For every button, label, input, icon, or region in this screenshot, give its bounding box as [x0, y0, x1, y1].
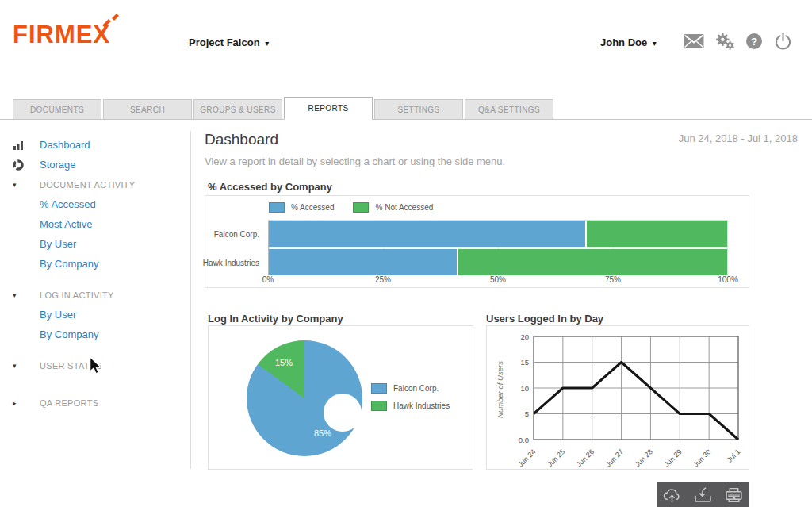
svg-text:Jun 29: Jun 29 [663, 447, 684, 468]
slice-label-falcon: 85% [314, 428, 331, 438]
sidebar-item-storage[interactable]: Storage [13, 155, 178, 175]
chevron-down-icon: ▾ [13, 362, 40, 370]
tab-search[interactable]: SEARCH [103, 99, 192, 119]
bar-segment[interactable] [269, 221, 585, 247]
svg-text:Jun 28: Jun 28 [634, 447, 654, 468]
page-title: Dashboard [205, 131, 278, 148]
x-tick-label: 100% [718, 275, 738, 284]
x-tick-label: 50% [490, 275, 506, 284]
donut-legend: Falcon Corp. Hawk Industries [371, 383, 450, 418]
svg-text:Jun 27: Jun 27 [604, 447, 625, 468]
sidebar-item-label: By User [40, 238, 76, 250]
login-activity-chart[interactable]: 15% 85% Falcon Corp. Hawk Industries [208, 325, 473, 470]
bar-row: Falcon Corp. [269, 221, 727, 247]
sidebar-section-label: DOCUMENT ACTIVITY [40, 180, 135, 190]
mail-icon[interactable] [684, 32, 704, 51]
bar-row: Hawk Industries [269, 249, 727, 275]
cloud-upload-icon[interactable] [661, 486, 683, 504]
x-tick-label: 0% [262, 275, 274, 284]
x-tick-label: 75% [605, 275, 621, 284]
sidebar-section-document-activity[interactable]: ▾ DOCUMENT ACTIVITY [13, 175, 178, 194]
print-icon[interactable] [723, 486, 745, 504]
svg-text:10: 10 [520, 384, 529, 393]
sidebar-item-percent-accessed[interactable]: % Accessed [13, 194, 178, 214]
sidebar-section-qa-reports[interactable]: ▸ QA REPORTS [13, 393, 178, 413]
sidebar-item-doc-by-company[interactable]: By Company [13, 254, 178, 274]
users-logged-in-chart[interactable]: 0.05101520Jun 24Jun 25Jun 26Jun 27Jun 28… [486, 325, 749, 470]
line-chart-title: Users Logged In by Day [486, 313, 603, 325]
sidebar-item-dashboard[interactable]: Dashboard [13, 135, 178, 155]
accessed-by-company-chart[interactable]: % Accessed% Not Accessed Falcon Corp.Haw… [205, 195, 749, 288]
svg-text:15: 15 [520, 358, 529, 367]
report-date-range: Jun 24, 2018 - Jul 1, 2018 [679, 133, 798, 144]
sidebar-item-label: By User [40, 309, 76, 321]
tab-reports[interactable]: REPORTS [284, 97, 373, 120]
sidebar-item-login-by-user[interactable]: By User [13, 305, 178, 325]
tab-settings[interactable]: SETTINGS [374, 99, 463, 119]
tab-groups-users[interactable]: GROUPS & USERS [193, 99, 282, 119]
sidebar-divider [190, 131, 191, 469]
sidebar-item-label: Dashboard [40, 139, 90, 151]
donut-chart-title: Log In Activity by Company [208, 313, 343, 325]
bar-plot-area: Falcon Corp.Hawk Industries [268, 220, 728, 275]
svg-text:0.0: 0.0 [519, 436, 529, 444]
legend-label: % Not Accessed [375, 203, 433, 212]
settings-gears-icon[interactable] [714, 32, 735, 51]
sidebar-item-label: Storage [40, 159, 76, 171]
sidebar-item-label: Most Active [40, 218, 92, 230]
project-selector-label: Project Falcon [189, 36, 260, 48]
sidebar-item-doc-by-user[interactable]: By User [13, 234, 178, 254]
bar-chart-legend: % Accessed% Not Accessed [269, 202, 452, 213]
sidebar-item-label: % Accessed [40, 198, 96, 210]
svg-text:Jun 25: Jun 25 [546, 447, 566, 468]
export-toolbar [657, 482, 749, 507]
svg-text:Jun 24: Jun 24 [516, 447, 537, 468]
svg-text:5: 5 [525, 409, 529, 418]
bar-x-axis: 0%25%50%75%100% [268, 275, 728, 286]
tab-documents[interactable]: DOCUMENTS [13, 99, 102, 119]
bar-category-label: Hawk Industries [201, 258, 264, 267]
bar-segment[interactable] [457, 249, 727, 275]
svg-text:?: ? [751, 36, 757, 48]
user-menu[interactable]: John Doe ▾ [600, 36, 657, 48]
chevron-down-icon: ▾ [653, 39, 657, 48]
bar-segment[interactable] [585, 221, 727, 247]
svg-text:Jun 26: Jun 26 [575, 447, 596, 468]
chevron-down-icon: ▾ [265, 39, 269, 48]
legend-label: Hawk Industries [393, 401, 450, 410]
main-tab-bar: DOCUMENTS SEARCH GROUPS & USERS REPORTS … [0, 99, 812, 120]
x-tick-label: 25% [375, 275, 391, 284]
legend-label: Falcon Corp. [393, 384, 439, 393]
export-download-icon[interactable] [692, 486, 714, 504]
bar-category-label: Falcon Corp. [201, 229, 264, 238]
firmex-logo: FIRMEX [13, 21, 110, 49]
slice-label-hawk: 15% [275, 358, 293, 367]
donut-hole [324, 394, 362, 432]
project-selector[interactable]: Project Falcon ▾ [189, 36, 269, 48]
storage-donut-icon [13, 159, 40, 171]
legend-swatch [353, 202, 369, 213]
sidebar-item-label: By Company [40, 328, 98, 340]
mouse-cursor [89, 357, 103, 374]
bar-segment[interactable] [269, 249, 457, 275]
sidebar-item-login-by-company[interactable]: By Company [13, 325, 178, 344]
bar-chart-icon [13, 140, 40, 150]
svg-text:Jun 30: Jun 30 [691, 447, 712, 468]
legend-swatch [269, 202, 285, 213]
legend-swatch-hawk [371, 401, 387, 411]
sidebar-item-label: By Company [40, 258, 98, 270]
chevron-down-icon: ▾ [13, 181, 40, 189]
bar-chart-title: % Accessed by Company [208, 181, 332, 193]
power-icon[interactable] [774, 32, 792, 51]
logo-spark-icon [99, 14, 120, 29]
svg-text:20: 20 [520, 332, 529, 341]
help-icon[interactable]: ? [745, 32, 763, 51]
chevron-down-icon: ▾ [13, 291, 40, 299]
firmex-reports-dashboard: { "header": { "logo_text": "FIRMEX", "pr… [0, 0, 812, 507]
tab-qa-settings[interactable]: Q&A SETTINGS [465, 99, 553, 119]
svg-text:Number of Users: Number of Users [496, 361, 504, 418]
sidebar-item-most-active[interactable]: Most Active [13, 214, 178, 234]
legend-label: % Accessed [291, 203, 334, 212]
sidebar-section-login-activity[interactable]: ▾ LOG IN ACTIVITY [13, 285, 178, 305]
sidebar-section-label: QA REPORTS [40, 398, 98, 408]
